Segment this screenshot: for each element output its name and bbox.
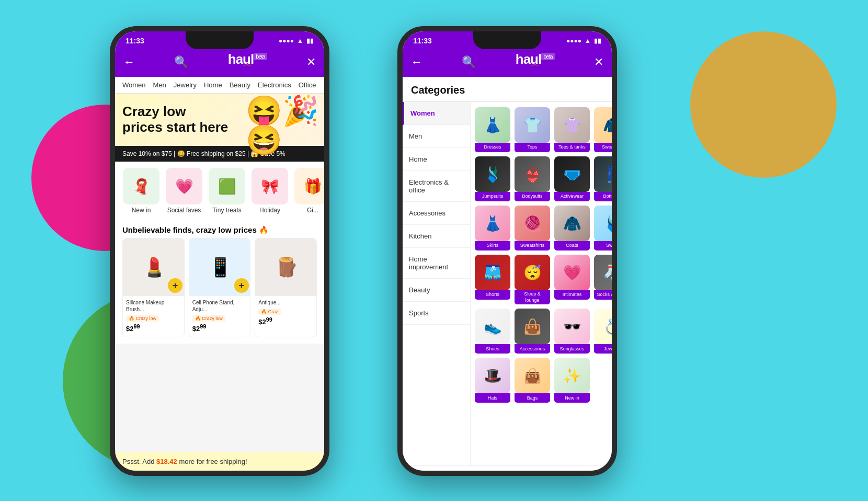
close-button-right[interactable]: ✕ <box>594 55 603 69</box>
right-phone-screen: 11:33 ●●●● ▲ ▮▮ ← 🔍 haulbeta ⌒ ✕ Categor… <box>403 31 612 471</box>
signal-icon-right: ●●●● <box>566 37 581 44</box>
grid-item-jumpsuits[interactable]: 🩱 Jumpsuits <box>475 156 510 201</box>
logo-beta-left: beta <box>254 53 267 60</box>
grid-item-bags[interactable]: 👜 Bags <box>515 358 550 403</box>
cat-home[interactable]: Home <box>204 81 222 89</box>
product-img-1: 💄 + <box>123 238 185 296</box>
back-button-right[interactable]: ← <box>411 55 422 69</box>
product-add-2[interactable]: + <box>234 278 249 293</box>
product-card-3[interactable]: 🪵 Antique... 🔥 Craz $299 <box>255 238 317 337</box>
sidebar-item-home-improvement[interactable]: Home improvement <box>403 248 470 279</box>
thumb-label-social-faves: Social faves <box>167 207 201 214</box>
left-phone-screen: 11:33 ●●●● ▲ ▮▮ ← 🔍 haulbeta ⌒ ✕ Women M… <box>115 31 324 471</box>
wifi-icon-left: ▲ <box>297 37 303 44</box>
product-badge-1: 🔥 Crazy low <box>126 315 159 322</box>
product-img-2: 📱 + <box>189 238 251 296</box>
search-button-left[interactable]: 🔍 <box>174 55 188 69</box>
sidebar-item-sports[interactable]: Sports <box>403 302 470 325</box>
grid-label-jewelry: Jewelry <box>594 344 612 354</box>
sidebar-item-men[interactable]: Men <box>403 125 470 148</box>
grid-item-dresses[interactable]: 👗 Dresses <box>475 107 510 152</box>
cat-electronics[interactable]: Electronics <box>258 81 291 89</box>
grid-item-shoes[interactable]: 👟 Shoes <box>475 309 510 354</box>
grid-item-sweatshirts[interactable]: 🧶 Sweatshirts <box>515 206 550 251</box>
left-phone: 11:33 ●●●● ▲ ▮▮ ← 🔍 haulbeta ⌒ ✕ Women M… <box>110 26 329 476</box>
phone-notch-right <box>473 31 541 49</box>
back-button-left[interactable]: ← <box>123 55 135 69</box>
product-badge-3: 🔥 Craz <box>258 309 281 315</box>
signal-icon-left: ●●●● <box>279 37 294 44</box>
product-name-3: Antique... <box>258 299 313 306</box>
product-price-2: $299 <box>192 323 247 333</box>
grid-label-intimates: Intimates <box>554 290 590 300</box>
grid-item-sleep[interactable]: 😴 Sleep & lounge <box>515 255 550 304</box>
product-name-2: Cell Phone Stand, Adju... <box>192 299 247 313</box>
grid-item-intimates[interactable]: 💗 Intimates <box>554 255 590 304</box>
thumb-img-gift: 🎁 <box>294 168 324 204</box>
thumb-label-gift: Gi... <box>307 207 318 214</box>
cat-women[interactable]: Women <box>122 81 146 89</box>
search-button-right[interactable]: 🔍 <box>462 55 476 69</box>
grid-item-tees[interactable]: 👚 Tees & tanks <box>554 107 590 152</box>
thumb-label-holiday: Holiday <box>259 207 280 214</box>
thumb-img-social-faves: 💗 <box>166 168 202 204</box>
battery-icon-right: ▮▮ <box>594 37 601 44</box>
status-time-left: 11:33 <box>125 37 144 45</box>
grid-label-swim: Swim <box>594 241 612 251</box>
cat-beauty[interactable]: Beauty <box>230 81 250 89</box>
product-badge-2: 🔥 Crazy low <box>192 315 225 322</box>
promo-banner: Crazy low prices start here 😝🎉😆 <box>115 94 324 146</box>
sidebar-item-women[interactable]: Women <box>403 102 470 125</box>
grid-item-swim[interactable]: 🩱 Swim <box>594 206 612 251</box>
thumb-label-tiny-treats: Tiny treats <box>212 207 242 214</box>
grid-label-shoes: Shoes <box>475 344 510 354</box>
product-card-2[interactable]: 📱 + Cell Phone Stand, Adju... 🔥 Crazy lo… <box>189 238 251 337</box>
thumb-img-new-in: 🧣 <box>123 168 159 204</box>
banner-emoji: 😝🎉😆 <box>246 96 319 155</box>
grid-item-accessories[interactable]: 👜 Accessories <box>515 309 550 354</box>
thumb-tiny-treats[interactable]: 🟩 Tiny treats <box>208 168 246 214</box>
grid-label-coats: Coats <box>554 241 590 251</box>
sidebar-item-kitchen[interactable]: Kitchen <box>403 225 470 248</box>
products-row: 💄 + Silicone Makeup Brush... 🔥 Crazy low… <box>115 238 324 344</box>
grid-item-shorts[interactable]: 🩳 Shorts <box>475 255 510 304</box>
cat-jewelry[interactable]: Jewelry <box>174 81 197 89</box>
grid-item-tops[interactable]: 👕 Tops <box>515 107 550 152</box>
product-add-1[interactable]: + <box>168 278 182 293</box>
grid-item-activewear[interactable]: 🩲 Activewear <box>554 156 590 201</box>
grid-label-jumpsuits: Jumpsuits <box>475 192 510 201</box>
categories-grid: 👗 Dresses 👕 Tops 👚 Tees & tanks 🧥 Sweate… <box>471 102 612 465</box>
sidebar-item-home[interactable]: Home <box>403 148 470 171</box>
grid-item-newin[interactable]: ✨ New in <box>554 358 590 403</box>
logo-beta-right: beta <box>541 53 554 60</box>
close-button-left[interactable]: ✕ <box>306 55 316 69</box>
grid-item-bottoms[interactable]: 👖 Bottoms <box>594 156 612 201</box>
sidebar-item-electronics[interactable]: Electronics & office <box>403 171 470 202</box>
categories-body: Women Men Home Electronics & office Acce… <box>403 102 612 465</box>
grid-label-bottoms: Bottoms <box>594 192 612 201</box>
app-header-right: ← 🔍 haulbeta ⌒ ✕ <box>403 48 612 77</box>
thumb-social-faves[interactable]: 💗 Social faves <box>165 168 203 214</box>
cat-office[interactable]: Office <box>299 81 316 89</box>
banner-text: Crazy low prices start here <box>122 104 230 135</box>
categories-sidebar: Women Men Home Electronics & office Acce… <box>403 102 471 465</box>
bottom-free-amount: $18.42 <box>156 458 177 465</box>
grid-item-coats[interactable]: 🧥 Coats <box>554 206 590 251</box>
thumb-gift[interactable]: 🎁 Gi... <box>294 168 324 214</box>
product-card-1[interactable]: 💄 + Silicone Makeup Brush... 🔥 Crazy low… <box>122 238 185 337</box>
sidebar-item-accessories[interactable]: Accessories <box>403 202 470 225</box>
thumb-holiday[interactable]: 🎀 Holiday <box>251 168 289 214</box>
bottom-strip: Pssst. Add $18.42 more for free shipping… <box>115 452 324 471</box>
grid-item-hats[interactable]: 🎩 Hats <box>475 358 510 403</box>
grid-item-sweaters[interactable]: 🧥 Sweaters <box>594 107 612 152</box>
sidebar-item-beauty[interactable]: Beauty <box>403 279 470 302</box>
thumb-label-new-in: New in <box>132 207 151 214</box>
cat-men[interactable]: Men <box>153 81 166 89</box>
grid-label-dresses: Dresses <box>475 143 510 152</box>
grid-item-socks[interactable]: 🧦 Socks & tights <box>594 255 612 304</box>
thumb-new-in[interactable]: 🧣 New in <box>122 168 160 214</box>
grid-item-sunglasses[interactable]: 🕶️ Sunglasses <box>554 309 590 354</box>
grid-item-skirts[interactable]: 👗 Skirts <box>475 206 510 251</box>
grid-item-bodysuits[interactable]: 👙 Bodysuits <box>515 156 550 201</box>
grid-item-jewelry[interactable]: 💍 Jewelry <box>594 309 612 354</box>
